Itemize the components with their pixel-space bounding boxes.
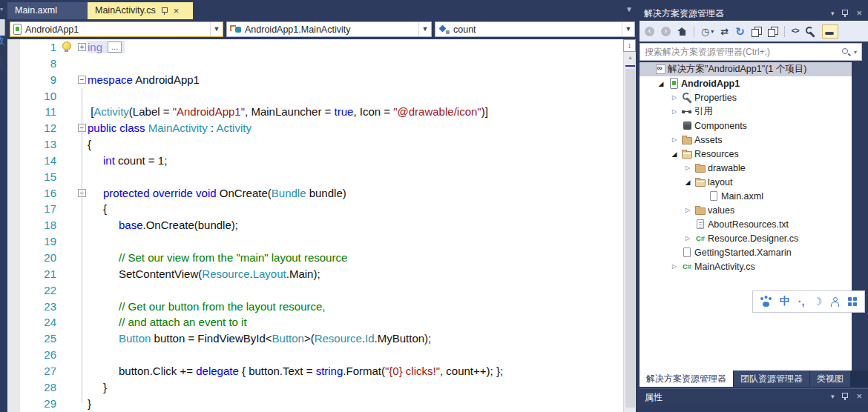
properties-wrench-icon[interactable] [806, 27, 815, 36]
pending-changes-icon[interactable]: ◷▾ [701, 27, 714, 36]
expander-collapsed-icon[interactable]: ▷ [669, 108, 680, 115]
splitter-handle-icon[interactable]: ↕ [623, 39, 636, 52]
code-line[interactable]: 29} [7, 396, 636, 412]
tree-item[interactable]: ▷引用 [640, 104, 852, 119]
expander-expanded-icon[interactable]: ◢ [656, 80, 666, 87]
properties-title-bar[interactable]: 属性 ▾ × [640, 388, 868, 405]
home-icon[interactable] [677, 27, 687, 36]
scroll-up-arrow-icon[interactable]: ▲ [624, 55, 636, 60]
preview-selected-toggle-icon[interactable] [822, 24, 838, 39]
refresh-icon[interactable]: ↻ [735, 26, 745, 37]
view-code-icon[interactable]: <> [792, 27, 799, 35]
half-full-width-icon[interactable]: ☽ [813, 296, 823, 308]
window-position-dropdown-icon[interactable]: ▾ [831, 6, 835, 21]
fold-collapse-icon[interactable]: − [78, 76, 86, 84]
code-line[interactable]: 18base.OnCreate(bundle); [7, 217, 636, 233]
code-line[interactable]: 16−protected override void OnCreate(Bund… [7, 185, 636, 202]
code-line[interactable]: 24// and attach an event to it [7, 314, 636, 330]
panel-title-bar[interactable]: 解决方案资源管理器 ▾ × [640, 6, 868, 21]
copy-document-icon[interactable] [768, 27, 777, 36]
tab-list-dropdown-icon[interactable]: ▼ [625, 5, 633, 13]
code-line[interactable]: 15 [7, 169, 636, 185]
tree-item[interactable]: 解决方案"AndroidApp1"(1 个项目) [640, 62, 852, 76]
pin-icon[interactable] [841, 392, 849, 401]
tree-item[interactable]: Components [640, 119, 852, 133]
code-line[interactable]: 9−mespace AndroidApp1 [7, 72, 636, 88]
tab-team-explorer[interactable]: 团队资源管理器 [734, 371, 809, 387]
type-dropdown[interactable]: AndroidApp1.MainActivity ▼ [226, 21, 432, 37]
code-line[interactable]: 28} [7, 379, 636, 396]
tree-item[interactable]: ▷Assets [640, 133, 852, 147]
expander-expanded-icon[interactable]: ◢ [669, 150, 680, 158]
expander-collapsed-icon[interactable]: ▷ [683, 235, 693, 242]
back-icon[interactable]: ‹ [645, 27, 654, 36]
close-icon[interactable]: × [856, 6, 862, 21]
code-line[interactable]: 25Button button = FindViewById<Button>(R… [7, 330, 636, 347]
expander-collapsed-icon[interactable]: ▷ [669, 136, 680, 143]
code-line[interactable]: 1+ing... [7, 39, 636, 56]
code-line[interactable]: 20// Set our view from the "main" layout… [7, 250, 636, 266]
tree-item[interactable]: GettingStarted.Xamarin [640, 245, 852, 259]
tab-mainactivity-cs[interactable]: MainActivity.cs × [88, 2, 193, 19]
code-line[interactable]: 8 [7, 56, 636, 72]
tab-solution-explorer[interactable]: 解决方案资源管理器 [640, 371, 733, 387]
expander-collapsed-icon[interactable]: ▷ [683, 207, 693, 213]
expander-collapsed-icon[interactable]: ▷ [669, 263, 680, 270]
code-line[interactable]: 23// Get our button from the layout reso… [7, 299, 636, 315]
tree-item[interactable]: ◢layout [640, 175, 852, 189]
sync-active-document-icon[interactable]: ⇄ [720, 27, 729, 36]
window-position-dropdown-icon[interactable]: ▾ [831, 388, 835, 405]
tree-item[interactable]: ▷drawable [640, 161, 852, 175]
forward-icon[interactable]: › [661, 27, 671, 36]
project-dropdown[interactable]: AndroidApp1 ▼ [10, 21, 223, 37]
code-line[interactable]: 22 [7, 282, 636, 299]
search-input[interactable]: 搜索解决方案资源管理器(Ctrl+;) ▾ [640, 43, 862, 61]
code-line[interactable]: 19 [7, 233, 636, 250]
code-line[interactable]: 21SetContentView(Resource.Layout.Main); [7, 266, 636, 282]
code-line[interactable]: 17{ [7, 201, 636, 217]
docked-tool-strip[interactable]: ▾ 效 丨 [0, 0, 7, 412]
code-line[interactable]: 10 [7, 88, 636, 104]
chevron-down-icon[interactable]: ▾ [854, 49, 857, 56]
code-line[interactable]: 11 [Activity(Label = "AndroidApp1", Main… [7, 104, 636, 120]
code-editor[interactable]: 1+ing...89−mespace AndroidApp11011 [Acti… [7, 39, 636, 412]
expander-expanded-icon[interactable]: ◢ [683, 179, 693, 186]
chevron-down-icon[interactable]: ▼ [622, 22, 634, 36]
close-icon[interactable]: × [856, 388, 862, 405]
tab-class-view[interactable]: 类视图 [810, 371, 850, 387]
chevron-down-icon[interactable]: ▼ [210, 22, 223, 36]
collapse-all-icon[interactable] [752, 27, 761, 36]
fold-expand-icon[interactable]: + [78, 43, 86, 51]
chinese-mode-icon[interactable]: 中 [780, 295, 790, 308]
pin-icon[interactable] [841, 9, 849, 18]
tree-item[interactable]: ▷Properties [640, 90, 852, 104]
sogou-paw-icon[interactable] [760, 297, 772, 307]
pin-icon[interactable] [161, 7, 168, 16]
punctuation-icon[interactable]: ·, [798, 296, 805, 308]
scrollbar-thumb[interactable] [625, 69, 635, 408]
expander-collapsed-icon[interactable]: ▷ [683, 165, 693, 171]
user-icon[interactable] [830, 297, 840, 307]
tree-item[interactable]: ◢Resources [640, 147, 852, 161]
code-line[interactable]: 14int count = 1; [7, 153, 636, 169]
code-line[interactable]: 12−public class MainActivity : Activity [7, 120, 636, 136]
tree-item[interactable]: ▷C#Resource.Designer.cs [640, 231, 852, 245]
member-dropdown[interactable]: count ▼ [435, 21, 635, 37]
lightbulb-icon[interactable] [62, 41, 70, 52]
editor-vertical-scrollbar[interactable]: ↕ ▲ [623, 39, 636, 412]
tree-item[interactable]: AboutResources.txt [640, 217, 852, 231]
code-line[interactable]: 13{ [7, 136, 636, 153]
code-line[interactable]: 27button.Click += delegate { button.Text… [7, 363, 636, 379]
tree-item[interactable]: ◢AndroidApp1 [640, 76, 852, 90]
tree-item[interactable]: ▷values [640, 203, 852, 217]
tab-main-axml[interactable]: Main.axml [7, 2, 88, 19]
chevron-down-icon[interactable]: ▼ [418, 22, 431, 36]
expander-collapsed-icon[interactable]: ▷ [669, 94, 680, 101]
collapsed-ellipsis-box[interactable]: ... [108, 41, 122, 53]
menu-grid-icon[interactable] [848, 297, 857, 306]
code-line[interactable]: 26 [7, 347, 636, 363]
search-icon[interactable] [841, 47, 851, 57]
tree-item[interactable]: ▷C#MainActivity.cs [640, 259, 852, 273]
tree-item[interactable]: Main.axml [640, 189, 852, 203]
close-icon[interactable]: × [174, 6, 180, 16]
